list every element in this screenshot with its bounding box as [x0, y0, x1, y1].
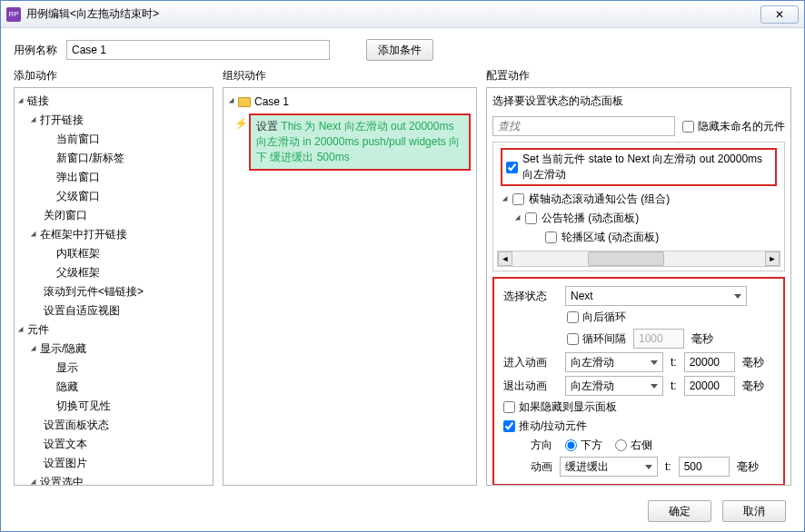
action-prefix: 设置 [256, 120, 281, 133]
tree-item-label: 设置自适应视图 [44, 303, 120, 319]
t-label: t: [671, 356, 677, 369]
tree-item[interactable]: 父级窗口 [15, 187, 213, 206]
tree-item[interactable]: 在框架中打开链接 [15, 225, 213, 244]
set-state-row[interactable]: Set 当前元件 state to Next 向左滑动 out 20000ms … [501, 148, 777, 186]
tree-item-label: 隐藏 [56, 379, 78, 395]
dyn-group-row[interactable]: 横轴动态滚动通知公告 (组合) [497, 190, 780, 209]
ms-label: 毫秒 [691, 331, 713, 347]
scroll-thumb[interactable] [588, 251, 663, 266]
tree-item[interactable]: 设置自适应视图 [15, 301, 213, 320]
scroll-right-icon[interactable]: ► [765, 251, 780, 266]
tree-item-label: 内联框架 [56, 246, 100, 261]
chevron-down-icon[interactable] [18, 326, 25, 333]
horizontal-scrollbar[interactable]: ◄ ► [497, 251, 780, 267]
animate-out-time[interactable] [684, 376, 735, 396]
tree-item-label: 滚动到元件<锚链接> [44, 284, 144, 300]
tree-item[interactable]: 设置图片 [15, 454, 213, 473]
push-anim-select[interactable]: 缓进缓出 [560, 457, 658, 477]
tree-item[interactable]: 隐藏 [15, 378, 213, 397]
animate-out-label: 退出动画 [503, 379, 558, 394]
loop-interval-checkbox[interactable]: 循环间隔 [567, 331, 626, 347]
animate-in-label: 进入动画 [503, 355, 558, 370]
chevron-down-icon[interactable] [31, 345, 38, 352]
case-label: Case 1 [254, 95, 289, 108]
tree-item[interactable]: 内联框架 [15, 244, 213, 263]
tree-item-label: 链接 [27, 94, 49, 109]
ok-button[interactable]: 确定 [648, 500, 711, 522]
titlebar: RP 用例编辑<向左拖动结束时> ✕ [1, 1, 804, 28]
tree-item[interactable]: 弹出窗口 [15, 168, 213, 187]
expand-icon[interactable] [502, 195, 510, 202]
close-button[interactable]: ✕ [760, 5, 799, 24]
push-pull-checkbox[interactable]: 推动/拉动元件 [503, 419, 587, 434]
dyn-panel-row[interactable]: 公告轮播 (动态面板) [497, 209, 780, 228]
tree-item-label: 元件 [27, 322, 49, 338]
chevron-down-icon[interactable] [18, 97, 25, 104]
add-condition-button[interactable]: 添加条件 [366, 39, 433, 61]
expand-icon[interactable] [515, 214, 522, 222]
right-panel-title: 配置动作 [486, 68, 791, 84]
mid-panel-title: 组织动作 [223, 68, 477, 84]
direction-label: 方向 [531, 438, 552, 453]
anim-label: 动画 [531, 459, 552, 475]
tree-item[interactable]: 打开链接 [15, 111, 213, 130]
tree-item-label: 设置文本 [44, 437, 87, 452]
t-label: t: [671, 379, 677, 392]
tree-item-label: 显示/隐藏 [40, 341, 86, 357]
animate-out-select[interactable]: 向左滑动 [565, 376, 663, 396]
tree-item[interactable]: 设置选中 [15, 473, 213, 486]
tree-item-label: 设置面板状态 [44, 418, 109, 433]
tree-item[interactable]: 新窗口/新标签 [15, 149, 213, 168]
show-if-hidden-checkbox[interactable]: 如果隐藏则显示面板 [503, 399, 617, 415]
action-entry[interactable]: ⚡ 设置 This 为 Next 向左滑动 out 20000ms 向左滑动 i… [249, 113, 471, 171]
organized-actions: Case 1 ⚡ 设置 This 为 Next 向左滑动 out 20000ms… [223, 87, 477, 486]
cancel-button[interactable]: 取消 [722, 500, 786, 522]
chevron-down-icon[interactable] [31, 478, 38, 486]
tree-item[interactable]: 设置文本 [15, 435, 213, 454]
tree-item[interactable]: 父级框架 [15, 263, 213, 282]
tree-item[interactable]: 滚动到元件<锚链接> [15, 282, 213, 301]
expand-icon[interactable] [229, 98, 236, 105]
ms-label: 毫秒 [742, 379, 764, 394]
tree-item-label: 父级窗口 [56, 189, 100, 204]
tree-item[interactable]: 当前窗口 [15, 130, 213, 149]
ms-label: 毫秒 [742, 355, 764, 370]
chevron-down-icon[interactable] [31, 116, 38, 123]
case-name-input[interactable] [66, 40, 330, 60]
dyn-checkbox[interactable] [512, 193, 524, 205]
bolt-icon: ⚡ [234, 117, 248, 130]
tree-item-label: 显示 [56, 360, 78, 376]
dyn-checkbox[interactable] [525, 212, 537, 224]
set-state-checkbox[interactable] [506, 162, 518, 173]
loop-interval-input [633, 329, 684, 349]
case-root[interactable]: Case 1 [224, 92, 476, 112]
tree-item[interactable]: 关闭窗口 [15, 206, 213, 225]
hide-unnamed-checkbox[interactable]: 隐藏未命名的元件 [682, 119, 785, 134]
tree-item-label: 关闭窗口 [44, 208, 87, 223]
case-name-label: 用例名称 [14, 43, 57, 58]
state-select[interactable]: Next [565, 286, 747, 306]
action-tree[interactable]: 链接打开链接当前窗口新窗口/新标签弹出窗口父级窗口关闭窗口在框架中打开链接内联框… [14, 87, 214, 486]
chevron-down-icon[interactable] [31, 231, 38, 238]
loop-back-checkbox[interactable]: 向后循环 [567, 310, 626, 325]
animate-in-select[interactable]: 向左滑动 [565, 352, 663, 372]
app-icon: RP [6, 7, 21, 22]
tree-item[interactable]: 切换可见性 [15, 397, 213, 416]
tree-item[interactable]: 链接 [15, 92, 213, 111]
search-input[interactable] [492, 116, 675, 136]
tree-item-label: 弹出窗口 [56, 170, 100, 185]
tree-item[interactable]: 元件 [15, 320, 213, 340]
dyn-panel-row[interactable]: 轮播区域 (动态面板) [497, 228, 780, 247]
state-label: 选择状态 [503, 289, 558, 304]
set-state-text: Set 当前元件 state to Next 向左滑动 out 20000ms … [522, 152, 771, 182]
direction-right-radio[interactable]: 右侧 [615, 438, 652, 453]
tree-item[interactable]: 显示 [15, 359, 213, 378]
dyn-checkbox[interactable] [545, 232, 557, 243]
tree-item[interactable]: 显示/隐藏 [15, 340, 213, 359]
tree-item[interactable]: 设置面板状态 [15, 416, 213, 435]
scroll-left-icon[interactable]: ◄ [498, 251, 512, 266]
push-anim-time[interactable] [679, 457, 730, 477]
animate-in-time[interactable] [684, 352, 735, 372]
direction-below-radio[interactable]: 下方 [565, 438, 602, 453]
tree-item-label: 设置选中 [40, 475, 84, 486]
